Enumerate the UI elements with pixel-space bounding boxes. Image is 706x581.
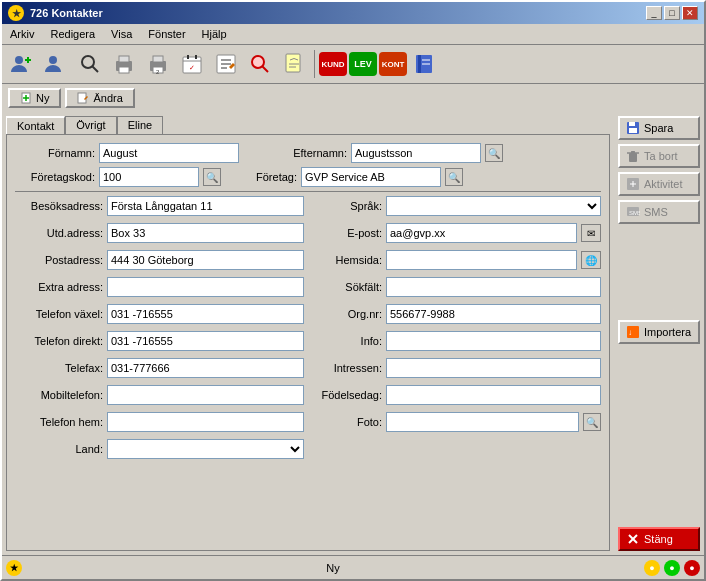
visit-address-row: Besöksadress: bbox=[15, 196, 304, 216]
toolbar-edit[interactable] bbox=[210, 48, 242, 80]
search-field-label: Sökfält: bbox=[312, 281, 382, 293]
phone-home-label: Telefon hem: bbox=[15, 416, 103, 428]
phone-main-input[interactable] bbox=[107, 304, 304, 324]
company-input[interactable] bbox=[301, 167, 441, 187]
activity-label: Aktivitet bbox=[644, 178, 683, 190]
extra-address-input[interactable] bbox=[107, 277, 304, 297]
tabs: Kontakt Övrigt Eline bbox=[6, 116, 610, 134]
toolbar-new-contact[interactable] bbox=[6, 48, 38, 80]
toolbar-print2[interactable]: 2 bbox=[142, 48, 174, 80]
website-label: Hemsida: bbox=[312, 254, 382, 266]
email-button[interactable]: ✉ bbox=[581, 224, 601, 242]
close-button[interactable]: ✕ bbox=[682, 6, 698, 20]
phone-home-input[interactable] bbox=[107, 412, 304, 432]
search-field-row: Sökfält: bbox=[312, 277, 601, 297]
window-title: 726 Kontakter bbox=[30, 7, 103, 19]
org-nr-label: Org.nr: bbox=[312, 308, 382, 320]
company-label: Företag: bbox=[239, 171, 297, 183]
org-nr-input[interactable] bbox=[386, 304, 601, 324]
toolbar-calendar[interactable]: ✓ bbox=[176, 48, 208, 80]
company-code-input[interactable] bbox=[99, 167, 199, 187]
close-window-button[interactable]: Stäng bbox=[618, 527, 700, 551]
toolbar-find2[interactable] bbox=[244, 48, 276, 80]
postal-address-label: Postadress: bbox=[15, 254, 103, 266]
toolbar-notes[interactable] bbox=[278, 48, 310, 80]
badge-kont[interactable]: KONT bbox=[379, 52, 407, 76]
website-input[interactable] bbox=[386, 250, 577, 270]
delete-button[interactable]: Ta bort bbox=[618, 144, 700, 168]
menu-bar: Arkiv Redigera Visa Fönster Hjälp bbox=[2, 24, 704, 45]
tab-övrigt[interactable]: Övrigt bbox=[65, 116, 116, 134]
menu-hjälp[interactable]: Hjälp bbox=[198, 26, 231, 42]
toolbar-find[interactable] bbox=[74, 48, 106, 80]
save-label: Spara bbox=[644, 122, 673, 134]
circle-btn-1[interactable]: ● bbox=[644, 560, 660, 576]
company-search-button[interactable]: 🔍 bbox=[445, 168, 463, 186]
edit-button[interactable]: Ändra bbox=[65, 88, 134, 108]
fax-input[interactable] bbox=[107, 358, 304, 378]
activity-button[interactable]: Aktivitet bbox=[618, 172, 700, 196]
photo-search-button[interactable]: 🔍 bbox=[583, 413, 601, 431]
firstname-input[interactable] bbox=[99, 143, 239, 163]
language-select[interactable] bbox=[386, 196, 601, 216]
bottom-bar: ★ Ny ● ● ● bbox=[2, 555, 704, 579]
country-select[interactable] bbox=[107, 439, 304, 459]
interests-input[interactable] bbox=[386, 358, 601, 378]
phone-direct-input[interactable] bbox=[107, 331, 304, 351]
menu-arkiv[interactable]: Arkiv bbox=[6, 26, 38, 42]
tab-eline[interactable]: Eline bbox=[117, 116, 163, 134]
lastname-search-button[interactable]: 🔍 bbox=[485, 144, 503, 162]
visit-address-input[interactable] bbox=[107, 196, 304, 216]
website-row: Hemsida: 🌐 bbox=[312, 250, 601, 270]
svg-text:✓: ✓ bbox=[189, 64, 195, 71]
mobile-label: Mobiltelefon: bbox=[15, 389, 103, 401]
circle-btn-2[interactable]: ● bbox=[664, 560, 680, 576]
company-code-search-button[interactable]: 🔍 bbox=[203, 168, 221, 186]
country-label: Land: bbox=[15, 443, 103, 455]
save-button[interactable]: Spara bbox=[618, 116, 700, 140]
maximize-button[interactable]: □ bbox=[664, 6, 680, 20]
menu-visa[interactable]: Visa bbox=[107, 26, 136, 42]
info-input[interactable] bbox=[386, 331, 601, 351]
svg-rect-34 bbox=[78, 93, 86, 103]
toolbar-print1[interactable] bbox=[108, 48, 140, 80]
website-button[interactable]: 🌐 bbox=[581, 251, 601, 269]
photo-input[interactable] bbox=[386, 412, 579, 432]
email-input[interactable] bbox=[386, 223, 577, 243]
svg-line-5 bbox=[92, 66, 98, 72]
lastname-input[interactable] bbox=[351, 143, 481, 163]
svg-rect-38 bbox=[629, 153, 637, 162]
sms-button[interactable]: SMS SMS bbox=[618, 200, 700, 224]
edit-label: Ändra bbox=[93, 92, 122, 104]
country-row: Land: bbox=[15, 439, 304, 459]
toolbar-book[interactable] bbox=[409, 48, 441, 80]
tab-kontakt[interactable]: Kontakt bbox=[6, 116, 65, 134]
phone-direct-label: Telefon direkt: bbox=[15, 335, 103, 347]
firstname-label: Förnamn: bbox=[15, 147, 95, 159]
mobile-row: Mobiltelefon: bbox=[15, 385, 304, 405]
minimize-button[interactable]: _ bbox=[646, 6, 662, 20]
new-button[interactable]: Ny bbox=[8, 88, 61, 108]
phone-main-label: Telefon växel: bbox=[15, 308, 103, 320]
postal-address-input[interactable] bbox=[107, 250, 304, 270]
circle-btn-3[interactable]: ● bbox=[684, 560, 700, 576]
menu-redigera[interactable]: Redigera bbox=[46, 26, 99, 42]
birthday-input[interactable] bbox=[386, 385, 601, 405]
mobile-input[interactable] bbox=[107, 385, 304, 405]
import-button[interactable]: ↓ Importera bbox=[618, 320, 700, 344]
title-bar: ★ 726 Kontakter _ □ ✕ bbox=[2, 2, 704, 24]
toolbar-sep1 bbox=[314, 50, 315, 78]
svg-point-3 bbox=[49, 56, 57, 64]
section-divider bbox=[15, 191, 601, 192]
status-text: Ny bbox=[22, 562, 644, 574]
mail-address-input[interactable] bbox=[107, 223, 304, 243]
toolbar-search[interactable] bbox=[40, 48, 72, 80]
phone-main-row: Telefon växel: bbox=[15, 304, 304, 324]
search-field-input[interactable] bbox=[386, 277, 601, 297]
svg-rect-37 bbox=[629, 128, 637, 133]
main-content: Kontakt Övrigt Eline Förnamn: Efternamn: bbox=[2, 112, 704, 555]
badge-kund[interactable]: KUND bbox=[319, 52, 347, 76]
badge-lev[interactable]: LEV bbox=[349, 52, 377, 76]
birthday-row: Födelsedag: bbox=[312, 385, 601, 405]
menu-fönster[interactable]: Fönster bbox=[144, 26, 189, 42]
